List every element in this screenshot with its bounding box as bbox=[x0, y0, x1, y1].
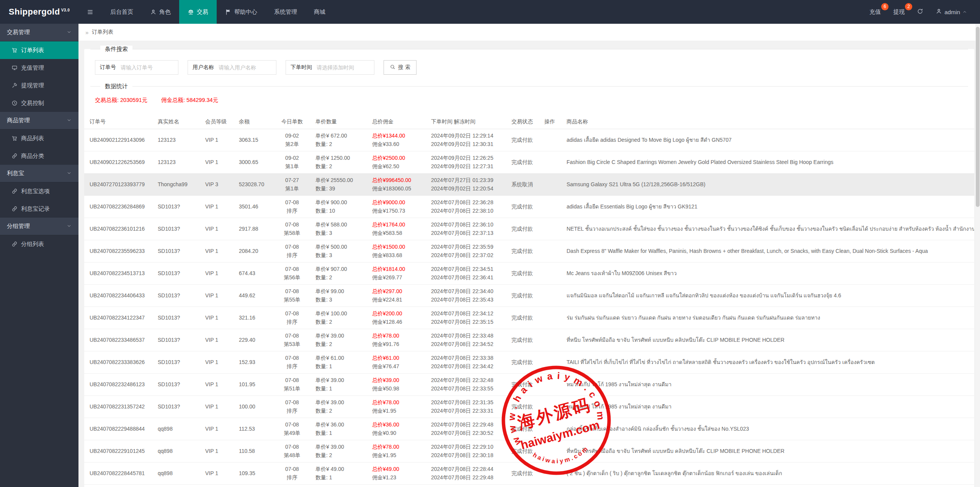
table-row[interactable]: UB2409021226253569123123VIP 13000.6509-0… bbox=[84, 151, 974, 173]
search-button[interactable]: 搜 索 bbox=[384, 60, 416, 75]
sidebar-item-interest-records[interactable]: 利息宝记录 bbox=[0, 200, 78, 218]
cell-price-qty: 单价¥ 672.00数量: 2 bbox=[312, 129, 368, 151]
nav-item-home[interactable]: 后台首页 bbox=[102, 0, 142, 24]
stats-line: 交易总额: 2030591元 佣金总额: 584299.34元 bbox=[90, 87, 968, 110]
nav-item-role[interactable]: 角色 bbox=[142, 0, 179, 24]
cell-total-commission: 总价¥200.00佣金¥128.46 bbox=[368, 307, 427, 329]
breadcrumb-symbol: » bbox=[85, 29, 88, 36]
cell-real-name: SD1013? bbox=[154, 195, 201, 218]
cell-action bbox=[541, 195, 563, 218]
table-row[interactable]: UB2407082236284869SD1013?VIP 13501.4607-… bbox=[84, 195, 974, 218]
cell-status: 完成付款 bbox=[504, 195, 541, 218]
sidebar-group-interest-bao[interactable]: 利息宝 bbox=[0, 165, 78, 182]
search-input-order-time[interactable] bbox=[317, 64, 374, 71]
table-row[interactable]: UB2407082233486537SD1013?VIP 1229.4007-0… bbox=[84, 329, 974, 351]
table-row[interactable]: UB2407082234513713SD1013?VIP 1674.4307-0… bbox=[84, 262, 974, 284]
cell-day-orders: 09-02第2单 bbox=[273, 129, 312, 151]
sidebar-item-recharge-mgmt[interactable]: 充值管理 bbox=[0, 59, 78, 77]
cell-total-commission-line1: 总价¥1500.00 bbox=[372, 243, 423, 251]
stats-legend: 数据统计 bbox=[100, 83, 132, 90]
sidebar-item-group-list[interactable]: 分组列表 bbox=[0, 235, 78, 253]
cell-action bbox=[541, 351, 563, 373]
cell-price-qty-line1: 单价¥ 907.00 bbox=[315, 265, 364, 273]
cell-product: NETEL ชั้นวางอเนกประสงค์ ชั้นใส่ของ ชั้น… bbox=[563, 218, 974, 240]
col-header: 操作 bbox=[541, 115, 563, 129]
sidebar-group-product-mgmt[interactable]: 商品管理 bbox=[0, 112, 78, 130]
cell-status: 完成付款 bbox=[504, 418, 541, 440]
sidebar-item-order-list[interactable]: 订单列表 bbox=[0, 41, 78, 59]
sidebar-group-group-mgmt[interactable]: 分组管理 bbox=[0, 218, 78, 235]
cell-total-commission: 总价¥1814.00佣金¥269.77 bbox=[368, 262, 427, 284]
cell-product: adidas เสื้อยืด Essentials Big Logo ผู้ช… bbox=[563, 195, 974, 218]
scrollbar-thumb[interactable] bbox=[976, 27, 980, 207]
cell-price-qty-line2: 数量: 1 bbox=[315, 362, 364, 371]
cell-times: 2024年07月08日 22:34:512024年07月08日 22:36:41 bbox=[427, 262, 504, 284]
cell-price-qty-line2: 数量: 2 bbox=[315, 340, 364, 348]
sidebar-item-label: 订单列表 bbox=[21, 47, 44, 54]
sidebar-item-product-list[interactable]: 商品列表 bbox=[0, 130, 78, 147]
recharge-label: 充值 bbox=[869, 8, 881, 16]
nav-item-trade[interactable]: 交易 bbox=[179, 0, 217, 24]
sidebar-item-interest-options[interactable]: 利息宝选项 bbox=[0, 182, 78, 200]
sidebar-item-withdraw-mgmt[interactable]: 提现管理 bbox=[0, 77, 78, 94]
nav-item-system[interactable]: 系统管理 bbox=[266, 0, 305, 24]
sidebar-item-trade-control[interactable]: 交易控制 bbox=[0, 94, 78, 112]
table-row[interactable]: UB2407082234406433SD1013?VIP 1449.6207-0… bbox=[84, 284, 974, 307]
cell-times: 2024年07月08日 22:36:282024年07月08日 22:38:10 bbox=[427, 195, 504, 218]
cell-total-commission-line1: 总价¥36.00 bbox=[372, 420, 423, 429]
sidebar-item-product-category[interactable]: 商品分类 bbox=[0, 147, 78, 165]
cell-day-orders: 07-08第55单 bbox=[273, 284, 312, 307]
withdraw-button[interactable]: 提现 2 bbox=[887, 0, 911, 24]
table-row[interactable]: UB2409021229143096123123VIP 13063.1509-0… bbox=[84, 129, 974, 151]
cell-balance: 3000.65 bbox=[235, 151, 273, 173]
cell-real-name: SD1013? bbox=[154, 284, 201, 307]
cell-order-no: UB2407082234122347 bbox=[84, 307, 154, 329]
table-row[interactable]: UB2407082236101216SD1013?VIP 12917.8807-… bbox=[84, 218, 974, 240]
nav-item-help-center[interactable]: 帮助中心 bbox=[217, 0, 266, 24]
cell-day-orders-line2: 第48单 bbox=[276, 451, 308, 459]
table-row[interactable]: UB2407082234122347SD1013?VIP 1321.1607-0… bbox=[84, 307, 974, 329]
link-icon bbox=[11, 241, 18, 247]
cell-level: VIP 1 bbox=[201, 129, 235, 151]
table-row[interactable]: UB2407082231357242SD1013?VIP 1100.0007-0… bbox=[84, 395, 974, 418]
table-row[interactable]: UB2407082233383626SD1013?VIP 1152.9307-0… bbox=[84, 351, 974, 373]
recharge-button[interactable]: 充值 6 bbox=[863, 0, 887, 24]
chevron-down-icon bbox=[67, 117, 72, 124]
cell-level: VIP 1 bbox=[201, 329, 235, 351]
cell-total-commission-line1: 总价¥996450.00 bbox=[372, 176, 423, 184]
search-input-order-no[interactable] bbox=[121, 64, 178, 71]
cell-total-commission: 总价¥1344.00佣金¥33.60 bbox=[368, 129, 427, 151]
cell-price-qty: 单价¥ 588.00数量: 3 bbox=[312, 218, 368, 240]
nav-item-mall[interactable]: 商城 bbox=[305, 0, 334, 24]
refresh-button[interactable] bbox=[911, 0, 929, 24]
chevron-down-icon bbox=[67, 223, 72, 230]
cell-price-qty-line1: 单价¥ 61.00 bbox=[315, 354, 364, 362]
table-row[interactable]: UB2407270123393779Thongcha99VIP 3523028.… bbox=[84, 173, 974, 195]
sidebar-group-trade-mgmt[interactable]: 交易管理 bbox=[0, 24, 78, 41]
cell-day-orders: 07-08第56单 bbox=[273, 262, 312, 284]
cell-real-name: qq898 bbox=[154, 440, 201, 462]
cell-total-commission: 总价¥9000.00佣金¥1750.73 bbox=[368, 195, 427, 218]
cell-times-line1: 2024年09月02日 12:29:14 bbox=[431, 131, 500, 140]
nav-item-menu-toggle[interactable] bbox=[78, 0, 102, 24]
table-row[interactable]: UB2407082229101245qq898VIP 1110.5807-08第… bbox=[84, 440, 974, 462]
cell-total-commission-line2: 佣金¥1.23 bbox=[372, 473, 423, 482]
table-row[interactable]: UB2407082228445781qq898VIP 1109.3507-08排… bbox=[84, 462, 974, 484]
search-input-user-name[interactable] bbox=[219, 64, 276, 71]
admin-menu[interactable]: admin bbox=[929, 0, 973, 24]
cell-price-qty-line1: 单价¥ 100.00 bbox=[315, 309, 364, 318]
table-row[interactable]: UB2407082235596233SD1013?VIP 12084.2007-… bbox=[84, 240, 974, 262]
table-row[interactable]: UB2407082232486123SD1013?VIP 1101.9507-0… bbox=[84, 373, 974, 395]
cell-total-commission: 总价¥78.00佣金¥1.95 bbox=[368, 395, 427, 418]
scrollbar-track[interactable] bbox=[975, 24, 980, 487]
col-header: 会员等级 bbox=[201, 115, 235, 129]
withdraw-label: 提现 bbox=[893, 8, 905, 16]
table-row[interactable]: UB2407082229488844qq898VIP 1112.5307-08第… bbox=[84, 418, 974, 440]
cell-times-line1: 2024年07月08日 22:33:48 bbox=[431, 331, 500, 340]
search-label-order-no: 订单号 bbox=[95, 64, 121, 71]
cell-status: 完成付款 bbox=[504, 151, 541, 173]
cell-balance: 152.93 bbox=[235, 351, 273, 373]
cell-real-name: SD1013? bbox=[154, 395, 201, 418]
sidebar-item-label: 交易控制 bbox=[21, 100, 44, 107]
cell-total-commission-line1: 总价¥1764.00 bbox=[372, 220, 423, 229]
